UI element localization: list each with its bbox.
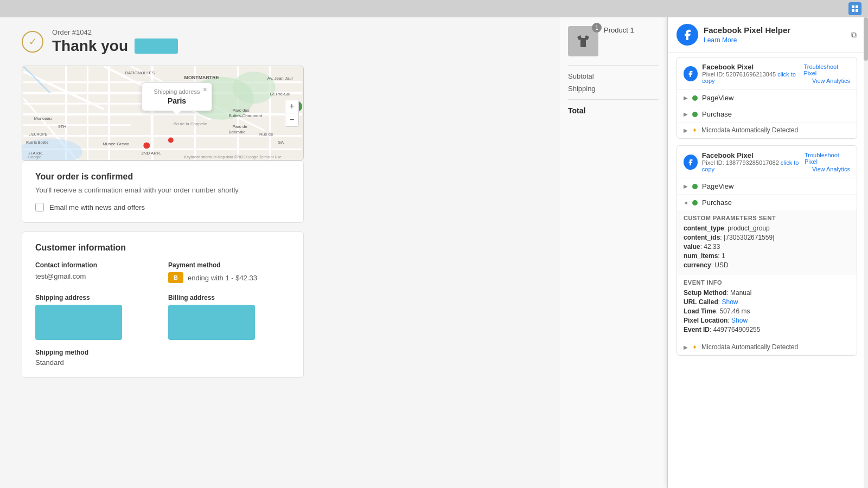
payment-block: Payment method B ending with 1 - $42.33 — [168, 261, 290, 283]
confirmed-title: Your order is confirmed — [35, 172, 290, 182]
product-image-wrap: 1 — [568, 26, 598, 56]
map-container: MONTMARTRE BATIGNOLLES Av. Jean Jaur Le … — [22, 66, 304, 160]
pixel-location-link[interactable]: Show — [731, 317, 748, 324]
payment-row: B ending with 1 - $42.33 — [168, 272, 290, 283]
email-opt-in: Email me with news and offers — [35, 203, 290, 211]
svg-text:Buttes-Chaumont: Buttes-Chaumont — [229, 113, 263, 118]
pixel2-troubleshoot-link[interactable]: Troubleshoot Pixel — [805, 152, 850, 165]
svg-text:L'EUROPE: L'EUROPE — [29, 133, 48, 137]
pageview-event-name: PageView — [702, 94, 850, 102]
extension-icon[interactable] — [848, 2, 861, 15]
billing-address-placeholder — [168, 305, 255, 340]
shipping-method-value: Standard — [35, 358, 290, 367]
svg-text:2ND ARR.: 2ND ARR. — [141, 151, 161, 156]
event-info-pixel-location: Pixel Location: Show — [684, 317, 850, 324]
total-label: Total — [568, 106, 585, 115]
payment-label: Payment method — [168, 261, 290, 269]
pixel1-logo — [684, 66, 698, 81]
event-info-url: URL Called: Show — [684, 298, 850, 306]
pixel1-troubleshoot-link[interactable]: Troubleshoot Pixel — [803, 63, 850, 76]
svg-rect-1 — [856, 5, 858, 8]
fb-learn-more-link[interactable]: Learn More — [704, 36, 737, 44]
purchase-arrow-icon: ▶ — [684, 111, 688, 117]
pixel2-microdata-row[interactable]: ▶ ✦ Microdata Automatically Detected — [677, 339, 857, 355]
map-zoom-out-button[interactable]: − — [285, 113, 298, 126]
svg-rect-2 — [852, 9, 854, 12]
map-zoom-in-button[interactable]: + — [285, 100, 298, 113]
pixel2-header-left: Facebook Pixel Pixel ID: 138779328501708… — [684, 151, 805, 172]
svg-rect-3 — [856, 9, 858, 12]
svg-text:Rue de: Rue de — [259, 132, 273, 137]
confirmed-desc: You'll receive a confirmation email with… — [35, 186, 290, 194]
pixel1-header: Facebook Pixel Pixel ID: 520761696213845… — [677, 57, 857, 90]
pixel2-pageview-arrow-icon: ▶ — [684, 183, 688, 189]
svg-text:Keyboard shortcuts   Map data : Keyboard shortcuts Map data ©2022 Google… — [184, 155, 282, 159]
map-popup-close-icon[interactable]: × — [203, 85, 207, 94]
shipping-row: Shipping — [568, 85, 659, 93]
shipping-method-section: Shipping method Standard — [35, 349, 290, 367]
svg-point-45 — [168, 137, 174, 143]
pixel1-microdata-row[interactable]: ▶ ✦ Microdata Automatically Detected — [677, 123, 857, 138]
pixel2-pageview-dot — [692, 184, 698, 189]
order-section: ✓ Order #1042 Thank you — [0, 17, 559, 488]
event-info-setup: Setup Method: Manual — [684, 289, 850, 297]
billing-address-label: Billing address — [168, 294, 290, 301]
contact-block: Contact information test@gmail.com — [35, 261, 157, 283]
confirmed-box: Your order is confirmed You'll receive a… — [22, 160, 304, 223]
pixel2-purchase-name: Purchase — [702, 198, 850, 207]
pixel2-name: Facebook Pixel — [702, 151, 805, 159]
param-currency: currency: USD — [684, 261, 850, 269]
pixel2-purchase-row[interactable]: ▼ Purchase — [677, 195, 857, 210]
param-content-type: content_type: product_group — [684, 224, 850, 232]
total-row: Total — [568, 106, 659, 115]
svg-text:9TH: 9TH — [58, 124, 66, 129]
pixel2-analytics-link[interactable]: View Analytics — [812, 166, 850, 172]
payment-value: ending with 1 - $42.33 — [188, 274, 257, 282]
pixel1-analytics-link[interactable]: View Analytics — [812, 78, 850, 84]
param-num-items: num_items: 1 — [684, 252, 850, 260]
pixel2-microdata-arrow-icon: ▶ — [684, 344, 688, 350]
map-popup: × Shipping address Paris — [142, 82, 212, 111]
url-called-link[interactable]: Show — [722, 298, 738, 306]
svg-text:Le Pré-Sai: Le Pré-Sai — [270, 92, 291, 97]
panel-scrollbar[interactable] — [864, 17, 868, 488]
event-info-section: EVENT INFO Setup Method: Manual URL Call… — [677, 275, 857, 339]
microdata-star-icon: ✦ — [692, 127, 697, 134]
pixel1-pageview-row[interactable]: ▶ PageView — [677, 90, 857, 106]
shipping-address-block: Shipping address — [35, 294, 157, 340]
pixel2-purchase-arrow-icon: ▼ — [683, 201, 689, 205]
pixel2-pageview-row[interactable]: ▶ PageView — [677, 178, 857, 195]
svg-text:Bd de la Chapelle: Bd de la Chapelle — [174, 121, 208, 126]
customer-info-title: Customer information — [35, 243, 290, 253]
svg-rect-0 — [852, 5, 854, 8]
shipping-method-label: Shipping method — [35, 349, 290, 356]
order-number: Order #1042 — [52, 28, 178, 36]
contact-label: Contact information — [35, 261, 157, 269]
fb-panel-content: Facebook Pixel Pixel ID: 520761696213845… — [668, 53, 868, 488]
summary-divider-2 — [568, 99, 659, 100]
pageview-arrow-icon: ▶ — [684, 95, 688, 101]
email-opt-in-checkbox[interactable] — [35, 203, 44, 211]
contact-value: test@gmail.com — [35, 272, 157, 280]
svg-text:Google: Google — [28, 155, 42, 159]
svg-text:Parc des: Parc des — [233, 108, 250, 113]
fb-external-link-icon[interactable]: ⧉ — [848, 29, 859, 40]
name-placeholder — [135, 38, 178, 54]
event-info-load-time: Load Time: 507.46 ms — [684, 307, 850, 315]
popup-city: Paris — [151, 97, 203, 105]
pixel1-purchase-row[interactable]: ▶ Purchase — [677, 106, 857, 123]
param-value: value: 42.33 — [684, 243, 850, 251]
order-summary: 1 Product 1 Subtotal Shipping Total — [559, 17, 667, 488]
custom-params-section: CUSTOM PARAMETERS SENT content_type: pro… — [677, 210, 857, 275]
shipping-address-label: Shipping address — [35, 294, 157, 301]
billing-address-block: Billing address — [168, 294, 290, 340]
pixel1-info: Facebook Pixel Pixel ID: 520761696213845… — [702, 63, 803, 84]
pixel2-block: Facebook Pixel Pixel ID: 138779328501708… — [676, 145, 857, 356]
purchase-status-dot — [692, 112, 698, 117]
subtotal-label: Subtotal — [568, 72, 594, 80]
product-name: Product 1 — [604, 26, 659, 34]
map-zoom-controls: + − — [285, 100, 299, 127]
info-grid: Contact information test@gmail.com Payme… — [35, 261, 290, 340]
svg-text:Musée Grévin: Musée Grévin — [103, 142, 129, 146]
svg-text:Monceau: Monceau — [34, 116, 52, 121]
